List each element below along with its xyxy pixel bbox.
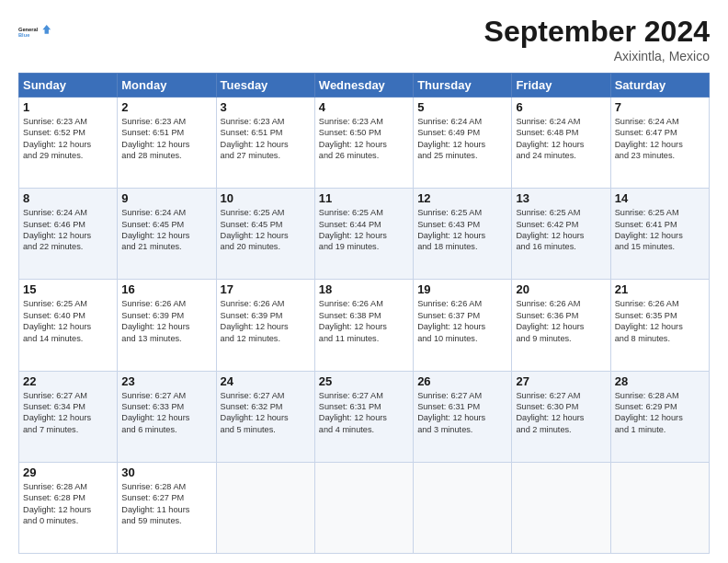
day-info: Sunrise: 6:25 AM Sunset: 6:42 PM Dayligh… bbox=[516, 207, 606, 253]
day-cell: 14Sunrise: 6:25 AM Sunset: 6:41 PM Dayli… bbox=[610, 189, 709, 280]
day-cell: 3Sunrise: 6:23 AM Sunset: 6:51 PM Daylig… bbox=[216, 98, 314, 189]
logo: General Blue bbox=[18, 15, 51, 48]
day-cell bbox=[610, 462, 709, 553]
day-number: 6 bbox=[516, 100, 606, 114]
week-row-2: 8Sunrise: 6:24 AM Sunset: 6:46 PM Daylig… bbox=[19, 189, 710, 280]
day-number: 1 bbox=[23, 100, 113, 114]
day-cell bbox=[512, 462, 610, 553]
logo-icon: General Blue bbox=[18, 15, 51, 48]
col-header-wednesday: Wednesday bbox=[314, 74, 413, 98]
day-info: Sunrise: 6:23 AM Sunset: 6:51 PM Dayligh… bbox=[221, 116, 311, 162]
day-info: Sunrise: 6:28 AM Sunset: 6:27 PM Dayligh… bbox=[121, 481, 211, 527]
day-number: 19 bbox=[417, 282, 507, 296]
day-cell: 10Sunrise: 6:25 AM Sunset: 6:45 PM Dayli… bbox=[216, 189, 314, 280]
day-info: Sunrise: 6:24 AM Sunset: 6:46 PM Dayligh… bbox=[23, 207, 113, 253]
col-header-thursday: Thursday bbox=[414, 74, 512, 98]
day-number: 24 bbox=[221, 374, 311, 388]
week-row-3: 15Sunrise: 6:25 AM Sunset: 6:40 PM Dayli… bbox=[19, 280, 710, 371]
day-info: Sunrise: 6:27 AM Sunset: 6:34 PM Dayligh… bbox=[23, 390, 113, 436]
day-info: Sunrise: 6:27 AM Sunset: 6:30 PM Dayligh… bbox=[516, 390, 606, 436]
day-number: 26 bbox=[417, 374, 507, 388]
day-cell: 21Sunrise: 6:26 AM Sunset: 6:35 PM Dayli… bbox=[610, 280, 709, 371]
day-cell: 11Sunrise: 6:25 AM Sunset: 6:44 PM Dayli… bbox=[314, 189, 413, 280]
day-number: 13 bbox=[516, 191, 606, 205]
location: Axixintla, Mexico bbox=[484, 49, 710, 63]
col-header-friday: Friday bbox=[512, 74, 610, 98]
day-info: Sunrise: 6:24 AM Sunset: 6:48 PM Dayligh… bbox=[516, 116, 606, 162]
day-cell: 22Sunrise: 6:27 AM Sunset: 6:34 PM Dayli… bbox=[19, 371, 118, 462]
day-info: Sunrise: 6:24 AM Sunset: 6:45 PM Dayligh… bbox=[121, 207, 211, 253]
day-info: Sunrise: 6:27 AM Sunset: 6:31 PM Dayligh… bbox=[417, 390, 507, 436]
header: General Blue September 2024 Axixintla, M… bbox=[18, 15, 710, 63]
svg-marker-2 bbox=[42, 25, 51, 34]
day-number: 20 bbox=[516, 282, 606, 296]
calendar: SundayMondayTuesdayWednesdayThursdayFrid… bbox=[18, 73, 710, 554]
day-info: Sunrise: 6:24 AM Sunset: 6:49 PM Dayligh… bbox=[417, 116, 507, 162]
day-number: 7 bbox=[615, 100, 705, 114]
day-cell: 29Sunrise: 6:28 AM Sunset: 6:28 PM Dayli… bbox=[19, 462, 118, 553]
day-info: Sunrise: 6:25 AM Sunset: 6:43 PM Dayligh… bbox=[417, 207, 507, 253]
day-cell bbox=[216, 462, 314, 553]
day-cell: 6Sunrise: 6:24 AM Sunset: 6:48 PM Daylig… bbox=[512, 98, 610, 189]
day-cell: 30Sunrise: 6:28 AM Sunset: 6:27 PM Dayli… bbox=[118, 462, 216, 553]
day-cell: 25Sunrise: 6:27 AM Sunset: 6:31 PM Dayli… bbox=[314, 371, 413, 462]
day-info: Sunrise: 6:26 AM Sunset: 6:37 PM Dayligh… bbox=[417, 298, 507, 344]
day-number: 3 bbox=[221, 100, 311, 114]
svg-text:Blue: Blue bbox=[18, 32, 29, 38]
day-info: Sunrise: 6:23 AM Sunset: 6:51 PM Dayligh… bbox=[121, 116, 211, 162]
week-row-1: 1Sunrise: 6:23 AM Sunset: 6:52 PM Daylig… bbox=[19, 98, 710, 189]
day-cell: 18Sunrise: 6:26 AM Sunset: 6:38 PM Dayli… bbox=[314, 280, 413, 371]
day-info: Sunrise: 6:26 AM Sunset: 6:35 PM Dayligh… bbox=[615, 298, 705, 344]
day-info: Sunrise: 6:23 AM Sunset: 6:50 PM Dayligh… bbox=[319, 116, 409, 162]
day-number: 25 bbox=[319, 374, 409, 388]
day-info: Sunrise: 6:28 AM Sunset: 6:29 PM Dayligh… bbox=[615, 390, 705, 436]
page: General Blue September 2024 Axixintla, M… bbox=[0, 0, 728, 563]
day-number: 21 bbox=[615, 282, 705, 296]
day-cell: 17Sunrise: 6:26 AM Sunset: 6:39 PM Dayli… bbox=[216, 280, 314, 371]
day-cell: 13Sunrise: 6:25 AM Sunset: 6:42 PM Dayli… bbox=[512, 189, 610, 280]
title-block: September 2024 Axixintla, Mexico bbox=[484, 15, 710, 63]
day-info: Sunrise: 6:27 AM Sunset: 6:31 PM Dayligh… bbox=[319, 390, 409, 436]
col-header-sunday: Sunday bbox=[19, 74, 118, 98]
day-info: Sunrise: 6:23 AM Sunset: 6:52 PM Dayligh… bbox=[23, 116, 113, 162]
svg-text:General: General bbox=[18, 27, 39, 32]
day-cell: 27Sunrise: 6:27 AM Sunset: 6:30 PM Dayli… bbox=[512, 371, 610, 462]
week-row-5: 29Sunrise: 6:28 AM Sunset: 6:28 PM Dayli… bbox=[19, 462, 710, 553]
day-cell: 24Sunrise: 6:27 AM Sunset: 6:32 PM Dayli… bbox=[216, 371, 314, 462]
day-number: 10 bbox=[221, 191, 311, 205]
col-header-monday: Monday bbox=[118, 74, 216, 98]
day-info: Sunrise: 6:26 AM Sunset: 6:39 PM Dayligh… bbox=[221, 298, 311, 344]
day-number: 23 bbox=[121, 374, 211, 388]
day-info: Sunrise: 6:25 AM Sunset: 6:44 PM Dayligh… bbox=[319, 207, 409, 253]
day-cell: 15Sunrise: 6:25 AM Sunset: 6:40 PM Dayli… bbox=[19, 280, 118, 371]
day-number: 18 bbox=[319, 282, 409, 296]
day-number: 30 bbox=[121, 465, 211, 479]
day-info: Sunrise: 6:26 AM Sunset: 6:38 PM Dayligh… bbox=[319, 298, 409, 344]
week-row-4: 22Sunrise: 6:27 AM Sunset: 6:34 PM Dayli… bbox=[19, 371, 710, 462]
day-number: 15 bbox=[23, 282, 113, 296]
day-info: Sunrise: 6:27 AM Sunset: 6:32 PM Dayligh… bbox=[221, 390, 311, 436]
day-cell bbox=[414, 462, 512, 553]
day-number: 12 bbox=[417, 191, 507, 205]
day-info: Sunrise: 6:25 AM Sunset: 6:41 PM Dayligh… bbox=[615, 207, 705, 253]
day-number: 29 bbox=[23, 465, 113, 479]
col-header-tuesday: Tuesday bbox=[216, 74, 314, 98]
day-cell: 7Sunrise: 6:24 AM Sunset: 6:47 PM Daylig… bbox=[610, 98, 709, 189]
day-cell: 19Sunrise: 6:26 AM Sunset: 6:37 PM Dayli… bbox=[414, 280, 512, 371]
header-row: SundayMondayTuesdayWednesdayThursdayFrid… bbox=[19, 74, 710, 98]
day-cell: 16Sunrise: 6:26 AM Sunset: 6:39 PM Dayli… bbox=[118, 280, 216, 371]
day-cell: 4Sunrise: 6:23 AM Sunset: 6:50 PM Daylig… bbox=[314, 98, 413, 189]
day-number: 8 bbox=[23, 191, 113, 205]
day-number: 16 bbox=[121, 282, 211, 296]
day-info: Sunrise: 6:24 AM Sunset: 6:47 PM Dayligh… bbox=[615, 116, 705, 162]
col-header-saturday: Saturday bbox=[610, 74, 709, 98]
day-info: Sunrise: 6:26 AM Sunset: 6:39 PM Dayligh… bbox=[121, 298, 211, 344]
day-cell: 28Sunrise: 6:28 AM Sunset: 6:29 PM Dayli… bbox=[610, 371, 709, 462]
day-number: 9 bbox=[121, 191, 211, 205]
day-number: 17 bbox=[221, 282, 311, 296]
day-number: 4 bbox=[319, 100, 409, 114]
day-info: Sunrise: 6:26 AM Sunset: 6:36 PM Dayligh… bbox=[516, 298, 606, 344]
day-cell bbox=[314, 462, 413, 553]
day-number: 28 bbox=[615, 374, 705, 388]
day-cell: 12Sunrise: 6:25 AM Sunset: 6:43 PM Dayli… bbox=[414, 189, 512, 280]
